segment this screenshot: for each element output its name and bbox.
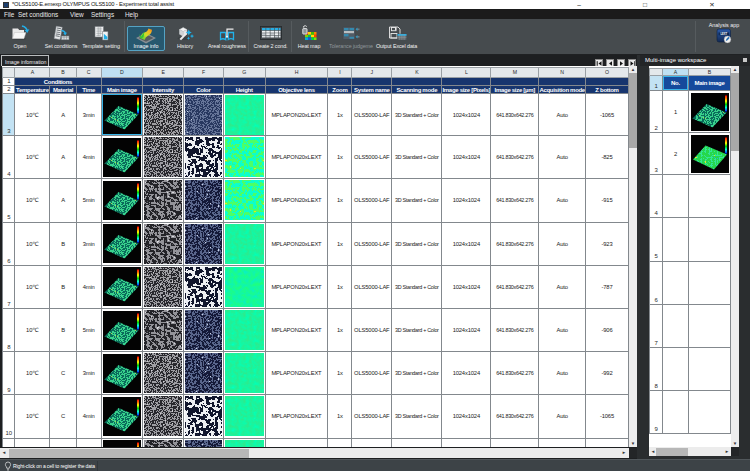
svg-text:LEXT: LEXT (720, 32, 727, 36)
